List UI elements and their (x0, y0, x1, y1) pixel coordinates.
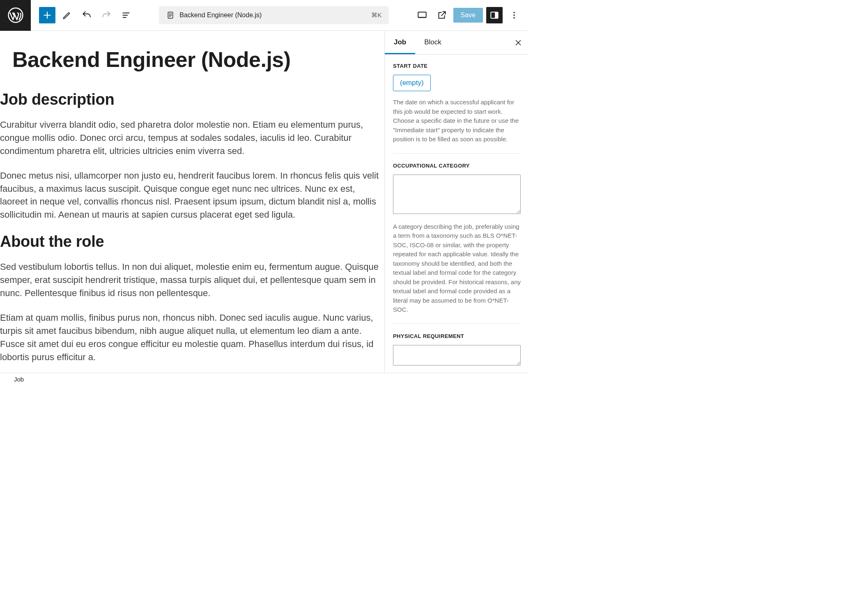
tab-block[interactable]: Block (415, 31, 450, 54)
svg-point-7 (513, 17, 515, 18)
panel-start-date: START DATE (empty) The date on which a s… (393, 63, 521, 154)
paragraph-block[interactable]: Sed vestibulum lobortis tellus. In non d… (0, 260, 384, 300)
command-shortcut: ⌘K (371, 11, 381, 19)
heading-about-role[interactable]: About the role (0, 233, 384, 251)
close-icon (514, 38, 523, 47)
paragraph-block[interactable]: Donec metus nisi, ullamcorper non justo … (0, 169, 384, 222)
more-vertical-icon (509, 10, 519, 21)
add-block-button[interactable] (39, 7, 55, 23)
start-date-description: The date on which a successful applicant… (393, 98, 521, 144)
occupational-category-label: OCCUPATIONAL CATEGORY (393, 163, 521, 169)
document-title: Backend Engineer (Node.js) (179, 11, 262, 19)
wordpress-icon (8, 7, 23, 23)
breadcrumb-bar: Job (0, 373, 529, 385)
toolbar-right-group: Save (414, 7, 529, 23)
physical-requirement-input[interactable] (393, 345, 521, 365)
undo-icon (81, 10, 92, 21)
svg-rect-2 (418, 12, 426, 17)
settings-sidebar: Job Block START DATE (empty) The date on… (384, 31, 529, 373)
svg-rect-4 (495, 12, 498, 18)
start-date-label: START DATE (393, 63, 521, 69)
plus-icon (42, 10, 53, 21)
save-button[interactable]: Save (453, 8, 483, 23)
occupational-category-input[interactable] (393, 175, 521, 214)
physical-requirement-label: PHYSICAL REQUIREMENT (393, 333, 521, 339)
close-sidebar-button[interactable] (511, 35, 526, 50)
external-link-button[interactable] (434, 7, 450, 23)
paragraph-block[interactable]: Etiam at quam mollis, finibus purus non,… (0, 311, 384, 364)
redo-icon (101, 10, 112, 21)
settings-sidebar-toggle[interactable] (486, 7, 503, 23)
editor-body: Job description Curabitur viverra blandi… (0, 91, 384, 373)
wordpress-logo[interactable] (0, 0, 31, 31)
sidebar-icon (489, 10, 500, 21)
sidebar-panel: START DATE (empty) The date on which a s… (385, 55, 529, 373)
svg-point-6 (513, 14, 515, 16)
panel-occupational-category: OCCUPATIONAL CATEGORY A category describ… (393, 163, 521, 324)
page-icon (166, 11, 175, 19)
panel-physical-requirement: PHYSICAL REQUIREMENT (393, 333, 521, 367)
external-link-icon (437, 10, 447, 21)
top-toolbar: Backend Engineer (Node.js) ⌘K Save (0, 0, 529, 31)
toolbar-center: Backend Engineer (Node.js) ⌘K (134, 6, 414, 24)
start-date-value-button[interactable]: (empty) (393, 75, 431, 91)
heading-job-description[interactable]: Job description (0, 91, 384, 108)
tools-button[interactable] (59, 7, 75, 23)
toolbar-left-group (31, 7, 134, 23)
document-bar[interactable]: Backend Engineer (Node.js) ⌘K (159, 6, 389, 24)
breadcrumb-item[interactable]: Job (14, 376, 24, 383)
options-button[interactable] (506, 7, 522, 23)
view-button[interactable] (414, 7, 430, 23)
occupational-category-description: A category describing the job, preferabl… (393, 222, 521, 315)
undo-button[interactable] (78, 7, 95, 23)
tab-job[interactable]: Job (385, 31, 415, 54)
document-overview-button[interactable] (118, 7, 134, 23)
desktop-icon (417, 10, 427, 21)
paragraph-block[interactable]: Curabitur viverra blandit odio, sed phar… (0, 118, 384, 158)
list-icon (121, 10, 131, 21)
svg-point-5 (513, 12, 515, 13)
editor-canvas[interactable]: Backend Engineer (Node.js) Job descripti… (0, 31, 384, 373)
sidebar-tabs: Job Block (385, 31, 529, 55)
post-title[interactable]: Backend Engineer (Node.js) (0, 38, 384, 81)
redo-button[interactable] (98, 7, 115, 23)
pencil-icon (62, 10, 72, 21)
